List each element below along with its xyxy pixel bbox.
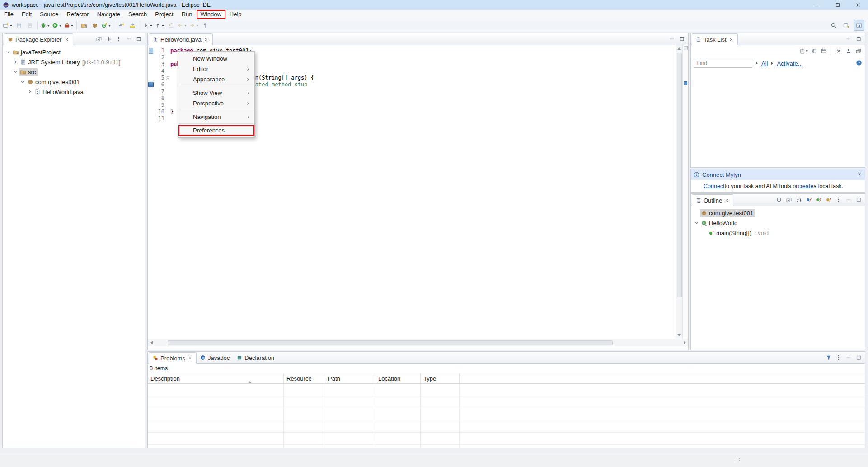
outline-item-package[interactable]: com.give.test001 xyxy=(691,208,865,218)
menu-navigate[interactable]: Navigate xyxy=(93,10,124,19)
link-with-editor-icon[interactable] xyxy=(104,34,113,43)
close-icon[interactable] xyxy=(204,37,209,42)
menu-file[interactable]: File xyxy=(0,10,18,19)
save-button[interactable] xyxy=(14,20,24,31)
sort-icon[interactable] xyxy=(794,195,803,204)
menu-item-perspective[interactable]: Perspective xyxy=(178,98,254,108)
chevron-down-icon[interactable] xyxy=(694,220,699,226)
hide-completed-icon[interactable] xyxy=(834,47,843,56)
close-icon[interactable] xyxy=(857,171,862,178)
scroll-right-arrow[interactable] xyxy=(681,340,688,346)
back-button[interactable] xyxy=(176,20,188,31)
maximize-view-icon[interactable] xyxy=(854,195,863,204)
menu-help[interactable]: Help xyxy=(225,10,246,19)
new-java-package-button[interactable] xyxy=(89,20,100,31)
tab-problems[interactable]: Problems xyxy=(149,352,197,364)
scroll-thumb[interactable] xyxy=(677,53,682,297)
collapse-all-icon[interactable] xyxy=(854,47,863,56)
tab-outline[interactable]: Outline xyxy=(692,194,733,206)
expand-icon[interactable] xyxy=(755,61,759,65)
tree-item-project[interactable]: J javaTestProject xyxy=(3,47,145,57)
tab-editor-helloworld[interactable]: J HelloWorld.java xyxy=(149,33,213,45)
run-button[interactable] xyxy=(51,20,63,31)
overview-marker-icon[interactable] xyxy=(684,81,687,85)
tree-item-jre[interactable]: JRE System Library [jdk-11.0.9+11] xyxy=(3,57,145,67)
tab-task-list[interactable]: Task List xyxy=(692,33,738,45)
tree-item-src[interactable]: src xyxy=(3,67,145,77)
scheduled-view-icon[interactable] xyxy=(819,47,828,56)
chevron-down-icon[interactable] xyxy=(5,49,11,55)
menu-item-new-window[interactable]: New Window xyxy=(178,53,254,64)
collapse-all-icon[interactable] xyxy=(94,34,103,43)
hide-static-icon[interactable]: S xyxy=(814,195,823,204)
menu-project[interactable]: Project xyxy=(151,10,177,19)
chevron-right-icon[interactable] xyxy=(27,89,33,94)
minimize-view-icon[interactable] xyxy=(844,353,853,362)
outline-item-method[interactable]: S main(String[]) : void xyxy=(691,228,865,238)
menu-item-editor[interactable]: Editor xyxy=(178,64,254,74)
column-header-location[interactable]: Location xyxy=(375,373,421,383)
column-header-type[interactable]: Type xyxy=(421,373,460,383)
new-java-project-button[interactable]: J xyxy=(79,20,89,31)
menu-source[interactable]: Source xyxy=(36,10,62,19)
next-annotation-button[interactable] xyxy=(142,20,154,31)
scroll-thumb[interactable] xyxy=(168,340,613,345)
categorized-view-icon[interactable] xyxy=(809,47,818,56)
debug-button[interactable] xyxy=(39,20,51,31)
menu-run[interactable]: Run xyxy=(178,10,197,19)
java-perspective-button[interactable]: J xyxy=(854,20,864,31)
menu-window[interactable]: Window xyxy=(197,10,225,19)
tab-javadoc[interactable]: @ Javadoc xyxy=(197,352,233,363)
menu-edit[interactable]: Edit xyxy=(18,10,36,19)
activate-link[interactable]: Activate... xyxy=(777,60,802,67)
open-perspective-button[interactable] xyxy=(841,20,852,31)
quick-access-search-button[interactable] xyxy=(828,20,839,31)
filter-all-link[interactable]: All xyxy=(761,60,768,67)
column-header-description[interactable]: Description xyxy=(148,373,284,383)
menu-item-show-view[interactable]: Show View xyxy=(178,88,254,98)
chevron-down-icon[interactable] xyxy=(13,69,18,75)
mark-occurrences-button[interactable] xyxy=(127,20,138,31)
scroll-down-arrow[interactable] xyxy=(676,332,683,339)
filter-icon[interactable] xyxy=(824,353,833,362)
previous-annotation-button[interactable] xyxy=(154,20,165,31)
focus-icon[interactable] xyxy=(774,195,784,204)
outline-item-class[interactable]: C HelloWorld xyxy=(691,218,865,228)
minimize-view-icon[interactable] xyxy=(124,34,133,43)
view-menu-icon[interactable] xyxy=(114,34,123,43)
focus-on-workweek-icon[interactable] xyxy=(844,47,853,56)
overview-ruler[interactable] xyxy=(682,45,688,339)
fold-collapse-icon[interactable] xyxy=(165,76,170,80)
last-edit-location-button[interactable] xyxy=(165,20,176,31)
close-icon[interactable] xyxy=(188,356,192,361)
annotation-ruler[interactable] xyxy=(148,45,155,339)
minimize-view-icon[interactable] xyxy=(844,34,853,43)
forward-button[interactable] xyxy=(188,20,200,31)
help-icon[interactable]: ? xyxy=(856,60,862,67)
view-menu-icon[interactable] xyxy=(834,353,843,362)
close-window-button[interactable] xyxy=(848,0,868,10)
chevron-right-icon[interactable] xyxy=(13,59,18,65)
mylyn-connect-link[interactable]: Connect xyxy=(704,183,725,189)
scroll-up-arrow[interactable] xyxy=(676,45,683,52)
search-button[interactable] xyxy=(116,20,127,31)
tab-package-explorer[interactable]: Package Explorer xyxy=(4,33,73,45)
new-java-class-button[interactable]: C xyxy=(100,20,112,31)
view-menu-icon[interactable] xyxy=(834,195,843,204)
pin-editor-button[interactable] xyxy=(200,20,211,31)
close-icon[interactable] xyxy=(64,37,69,42)
minimize-view-icon[interactable] xyxy=(844,195,853,204)
mylyn-create-link[interactable]: create xyxy=(798,183,813,189)
print-button[interactable] xyxy=(24,20,35,31)
close-icon[interactable] xyxy=(724,198,729,203)
new-wizard-button[interactable] xyxy=(2,20,14,31)
tab-declaration[interactable]: Declaration xyxy=(233,352,278,363)
editor-vertical-scrollbar[interactable] xyxy=(676,45,682,339)
scroll-left-arrow[interactable] xyxy=(148,340,155,346)
maximize-view-icon[interactable] xyxy=(854,353,863,362)
chevron-down-icon[interactable] xyxy=(20,79,25,85)
menu-search[interactable]: Search xyxy=(124,10,151,19)
task-find-input[interactable] xyxy=(694,59,752,68)
close-icon[interactable] xyxy=(729,37,734,42)
expand-icon[interactable] xyxy=(770,61,774,65)
